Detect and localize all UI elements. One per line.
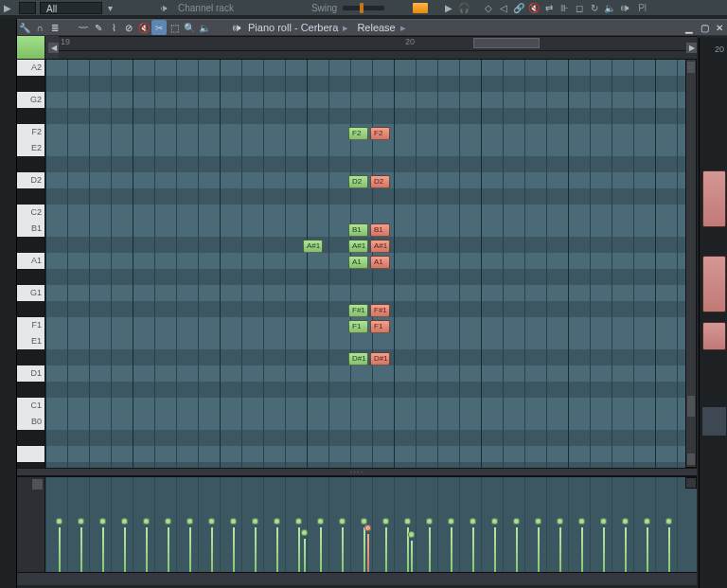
playlist-clip[interactable] <box>702 256 726 312</box>
velocity-area[interactable] <box>45 477 697 572</box>
velocity-handle[interactable] <box>252 518 258 525</box>
channel-icon[interactable]: 🕪 <box>229 20 244 35</box>
breadcrumb-channel[interactable]: Piano roll - Cerbera <box>248 22 338 33</box>
ruler[interactable] <box>59 50 697 59</box>
splitter[interactable]: ···· <box>17 468 697 476</box>
velocity-stick[interactable] <box>233 527 235 572</box>
velocity-handle[interactable] <box>143 518 150 525</box>
play-icon[interactable]: ▶ <box>0 2 15 14</box>
velocity-handle[interactable] <box>78 518 84 525</box>
select-tool-icon[interactable]: ⬚ <box>167 20 182 35</box>
list-icon[interactable]: ≣ <box>47 20 62 35</box>
velocity-handle[interactable] <box>535 518 541 525</box>
velocity-stick[interactable] <box>668 527 670 572</box>
piano-roll-titlebar[interactable]: 🔧 ∩ ≣ 〰 ✎ ⌇ ⊘ 🔇 ✂ ⬚ 🔍 🔈 🕪 Piano roll - C… <box>17 19 727 36</box>
horizontal-scrollbar[interactable] <box>17 572 697 585</box>
breadcrumb-layer[interactable]: Release <box>357 22 395 33</box>
vscroll-up-button[interactable] <box>687 62 695 73</box>
channel-rack-label[interactable]: Channel rack <box>178 3 234 13</box>
erase-tool-icon[interactable]: ⊘ <box>121 20 136 35</box>
close-button[interactable]: ✕ <box>712 20 727 35</box>
velocity-stick[interactable] <box>276 527 278 572</box>
velocity-handle[interactable] <box>470 518 476 525</box>
midi-note[interactable]: A1 <box>370 256 390 269</box>
velocity-stick[interactable] <box>516 527 518 572</box>
pl-label[interactable]: Pl <box>638 3 647 13</box>
velocity-stick[interactable] <box>429 527 431 572</box>
vscroll-down-button[interactable] <box>687 454 695 465</box>
velocity-stick[interactable] <box>102 527 104 572</box>
velocity-stick[interactable] <box>364 527 365 572</box>
velocity-handle[interactable] <box>208 518 215 525</box>
dotted-rect-icon[interactable]: ◻ <box>572 2 587 14</box>
velocity-stick[interactable] <box>320 527 322 572</box>
velocity-handle[interactable] <box>317 518 324 525</box>
velocity-handle[interactable] <box>557 518 563 525</box>
velocity-handle[interactable] <box>448 518 454 525</box>
midi-note[interactable]: D2 <box>370 175 390 188</box>
scroll-right-button[interactable]: ▶ <box>686 43 697 53</box>
velocity-handle[interactable] <box>121 518 128 525</box>
scroll-left-button[interactable]: ◀ <box>48 43 59 53</box>
velocity-stick[interactable] <box>559 527 561 572</box>
piano-key[interactable] <box>17 188 44 205</box>
piano-key[interactable] <box>17 349 44 365</box>
velocity-menu-button[interactable] <box>32 479 43 490</box>
velocity-handle[interactable] <box>644 518 650 525</box>
note-area[interactable]: ⇔ F2D2B1A#1A1F#1F1D#1F2D2B1A#1A1F#1F1D#1… <box>45 60 697 468</box>
channel-color-swatch[interactable] <box>17 36 45 59</box>
vscroll-thumb[interactable] <box>687 396 695 417</box>
brush-tool-icon[interactable]: ⌇ <box>106 20 121 35</box>
zoom-tool-icon[interactable]: 🔍 <box>182 20 197 35</box>
velocity-handle[interactable] <box>364 525 371 531</box>
wrench-icon[interactable]: 🔧 <box>17 20 32 35</box>
piano-key[interactable] <box>17 382 44 398</box>
playlist-clip[interactable] <box>702 170 726 227</box>
piano-key[interactable] <box>17 76 44 92</box>
velocity-stick[interactable] <box>411 541 413 572</box>
scroll-lock-icon[interactable]: ◁ <box>496 2 511 14</box>
pattern-dropdown-icon[interactable]: ▾ <box>102 2 117 14</box>
midi-note[interactable]: F#1 <box>348 304 368 317</box>
velocity-handle[interactable] <box>56 518 62 525</box>
velocity-stick[interactable] <box>298 527 300 572</box>
midi-note[interactable]: F2 <box>370 127 390 140</box>
velocity-stick[interactable] <box>168 527 169 572</box>
midi-note[interactable]: D#1 <box>348 352 368 365</box>
piano-key[interactable] <box>17 237 44 253</box>
cycle-icon[interactable]: ↻ <box>587 2 602 14</box>
velocity-stick[interactable] <box>80 527 82 572</box>
velocity-handle[interactable] <box>491 518 498 525</box>
mute-tool-icon[interactable]: 🔇 <box>136 20 151 35</box>
velocity-handle[interactable] <box>622 518 629 525</box>
speaker-icon[interactable]: 🕩 <box>157 1 170 14</box>
velocity-stick[interactable] <box>647 527 648 572</box>
velocity-scrollbutton[interactable] <box>685 477 697 489</box>
midi-note[interactable]: F2 <box>348 127 368 140</box>
step-seq-icon[interactable] <box>413 3 428 13</box>
piano-keys[interactable]: A2G2F2E2D2C2B1A1G1F1E1D1C1B0 <box>17 60 45 468</box>
velocity-stick[interactable] <box>625 527 627 572</box>
headphones-icon[interactable]: 🎧 <box>456 2 471 14</box>
velocity-handle[interactable] <box>301 529 308 536</box>
midi-note[interactable]: D2 <box>348 175 368 188</box>
velocity-handle[interactable] <box>165 518 171 525</box>
maximize-button[interactable]: ▢ <box>697 20 712 35</box>
magnet-icon[interactable]: ∩ <box>32 20 47 35</box>
midi-note[interactable]: F1 <box>370 320 390 333</box>
pattern-selector[interactable]: All <box>40 2 102 14</box>
velocity-stick[interactable] <box>385 527 387 572</box>
velocity-handle[interactable] <box>382 518 389 525</box>
loop-marker[interactable] <box>473 38 540 48</box>
velocity-handle[interactable] <box>295 518 302 525</box>
minimize-button[interactable]: ▁ <box>682 20 697 35</box>
speaker2-icon[interactable]: 🕪 <box>617 2 632 14</box>
midi-note[interactable]: A#1 <box>348 240 368 253</box>
velocity-stick[interactable] <box>538 527 540 572</box>
piano-key[interactable] <box>17 430 44 446</box>
velocity-handle[interactable] <box>361 518 367 525</box>
piano-key[interactable] <box>17 446 44 462</box>
velocity-stick[interactable] <box>581 527 583 572</box>
draw-tool-icon[interactable]: 〰 <box>76 20 91 35</box>
volume-icon[interactable]: 🔈 <box>602 2 617 14</box>
